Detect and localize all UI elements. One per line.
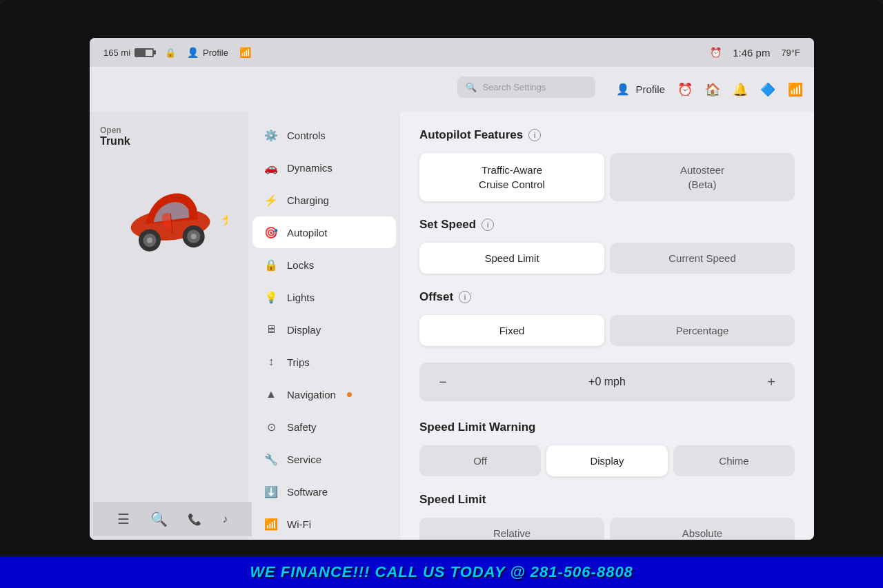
sidebar-item-controls[interactable]: ⚙️ Controls bbox=[252, 119, 396, 151]
current-speed-button[interactable]: Current Speed bbox=[610, 243, 795, 274]
wifi-sidebar-icon: 📶 bbox=[264, 516, 279, 531]
profile-icon: 👤 bbox=[616, 83, 630, 96]
offset-title: Offset i bbox=[419, 290, 795, 304]
offset-group: Fixed Percentage bbox=[419, 315, 795, 346]
wifi-icon[interactable]: 📶 bbox=[788, 82, 803, 97]
profile-status: 👤 Profile bbox=[187, 47, 228, 58]
banner-text: WE FINANCE!!! CALL US TODAY @ 281-506-88… bbox=[250, 563, 633, 580]
speed-limit-title: Speed Limit bbox=[419, 493, 795, 507]
trips-icon: ↕️ bbox=[264, 354, 279, 369]
lock-icon: 🔒 bbox=[165, 48, 176, 58]
car-panel: Open Trunk bbox=[90, 112, 248, 540]
speed-limit-button[interactable]: Speed Limit bbox=[419, 243, 604, 274]
software-label: Software bbox=[287, 486, 328, 498]
status-bar: 165 mi 🔒 👤 Profile 📶 ⏰ 1:46 pm 79°F bbox=[90, 38, 814, 67]
offset-info-icon[interactable]: i bbox=[459, 291, 471, 303]
speed-limit-group: Relative Absolute bbox=[419, 518, 795, 540]
autopilot-features-title: Autopilot Features i bbox=[419, 128, 795, 142]
bottom-taskbar: ☰ 🔍 📞 ♪ bbox=[93, 502, 252, 536]
charging-label: Charging bbox=[287, 194, 329, 206]
music-icon[interactable]: ♪ bbox=[222, 513, 228, 525]
trips-label: Trips bbox=[287, 356, 310, 368]
navigation-dot bbox=[347, 392, 352, 397]
autopilot-features-group: Traffic-Aware Cruise Control Autosteer (… bbox=[419, 153, 795, 201]
speed-stepper: − +0 mph + bbox=[419, 363, 795, 401]
navigation-label: Navigation bbox=[287, 389, 336, 401]
fixed-button[interactable]: Fixed bbox=[419, 315, 604, 346]
autopilot-icon: 🎯 bbox=[264, 225, 279, 240]
warning-display-button[interactable]: Display bbox=[546, 445, 668, 476]
speed-minus-button[interactable]: − bbox=[430, 369, 455, 394]
profile-label: Profile bbox=[203, 48, 228, 58]
set-speed-title: Set Speed i bbox=[419, 218, 795, 232]
warning-off-button[interactable]: Off bbox=[419, 445, 541, 476]
safety-icon: ⊙ bbox=[264, 419, 279, 434]
relative-button[interactable]: Relative bbox=[419, 518, 604, 540]
menu-icon[interactable]: ☰ bbox=[117, 511, 130, 527]
bluetooth-icon[interactable]: 🔷 bbox=[760, 82, 775, 97]
sidebar-item-charging[interactable]: ⚡ Charging bbox=[252, 184, 396, 216]
battery-icon bbox=[135, 48, 154, 57]
sidebar-item-lights[interactable]: 💡 Lights bbox=[252, 281, 396, 313]
sidebar-item-locks[interactable]: 🔒 Locks bbox=[252, 249, 396, 281]
tesla-screen: 165 mi 🔒 👤 Profile 📶 ⏰ 1:46 pm 79°F 🔍 Se… bbox=[90, 38, 814, 540]
svg-text:⚡: ⚡ bbox=[219, 210, 228, 227]
phone-icon[interactable]: 📞 bbox=[188, 513, 201, 526]
percentage-button[interactable]: Percentage bbox=[610, 315, 795, 346]
controls-label: Controls bbox=[287, 130, 326, 141]
search-placeholder: Search Settings bbox=[482, 82, 546, 92]
set-speed-group: Speed Limit Current Speed bbox=[419, 243, 795, 274]
features-info-icon[interactable]: i bbox=[528, 129, 541, 141]
autopilot-label: Autopilot bbox=[287, 227, 327, 239]
sidebar-item-wifi[interactable]: 📶 Wi-Fi bbox=[252, 508, 396, 540]
sidebar-item-software[interactable]: ⬇️ Software bbox=[252, 476, 396, 507]
screen-bezel: 165 mi 🔒 👤 Profile 📶 ⏰ 1:46 pm 79°F 🔍 Se… bbox=[0, 0, 883, 588]
dynamics-label: Dynamics bbox=[287, 162, 333, 174]
warning-chime-button[interactable]: Chime bbox=[673, 445, 795, 476]
advertisement-banner: WE FINANCE!!! CALL US TODAY @ 281-506-88… bbox=[0, 556, 883, 588]
controls-icon: ⚙️ bbox=[264, 128, 279, 143]
bell-icon[interactable]: 🔔 bbox=[733, 82, 748, 97]
trunk-open-text: Open bbox=[100, 125, 130, 135]
alarm-status-icon: ⏰ bbox=[710, 47, 722, 58]
trunk-label[interactable]: Open Trunk bbox=[100, 125, 130, 148]
search-icon: 🔍 bbox=[466, 82, 477, 92]
search-box[interactable]: 🔍 Search Settings bbox=[457, 77, 595, 98]
dynamics-icon: 🚗 bbox=[264, 160, 279, 175]
charging-icon: ⚡ bbox=[264, 192, 279, 207]
sidebar-item-autopilot[interactable]: 🎯 Autopilot bbox=[252, 216, 396, 248]
alarm-icon[interactable]: ⏰ bbox=[677, 82, 693, 97]
sidebar-item-safety[interactable]: ⊙ Safety bbox=[252, 411, 396, 443]
shop-icon[interactable]: 🏠 bbox=[705, 82, 720, 97]
wifi-status-icon: 📶 bbox=[239, 47, 251, 58]
sidebar-item-trips[interactable]: ↕️ Trips bbox=[252, 346, 396, 378]
speed-plus-button[interactable]: + bbox=[759, 369, 784, 394]
service-label: Service bbox=[287, 454, 321, 465]
settings-panel: Autopilot Features i Traffic-Aware Cruis… bbox=[400, 112, 814, 540]
sidebar-item-service[interactable]: 🔧 Service bbox=[252, 443, 396, 475]
software-icon: ⬇️ bbox=[264, 484, 279, 499]
autosteer-button[interactable]: Autosteer (Beta) bbox=[610, 153, 795, 201]
top-bar-icons: 👤 Profile ⏰ 🏠 🔔 🔷 📶 bbox=[616, 82, 803, 97]
sidebar-item-display[interactable]: 🖥 Display bbox=[252, 314, 396, 345]
safety-label: Safety bbox=[287, 421, 317, 433]
sidebar-item-dynamics[interactable]: 🚗 Dynamics bbox=[252, 152, 396, 183]
speed-limit-warning-title: Speed Limit Warning bbox=[419, 420, 795, 434]
sidebar-item-navigation[interactable]: ▲ Navigation bbox=[252, 378, 396, 410]
trunk-text: Trunk bbox=[100, 135, 130, 148]
search-taskbar-icon[interactable]: 🔍 bbox=[150, 511, 168, 527]
lights-label: Lights bbox=[287, 292, 315, 303]
status-temp: 79°F bbox=[781, 48, 800, 58]
battery-fill bbox=[136, 50, 146, 56]
traffic-aware-button[interactable]: Traffic-Aware Cruise Control bbox=[419, 153, 604, 201]
range-value: 165 mi bbox=[103, 48, 130, 58]
display-label: Display bbox=[287, 324, 321, 336]
set-speed-info-icon[interactable]: i bbox=[482, 219, 494, 231]
display-icon: 🖥 bbox=[264, 322, 279, 337]
profile-button[interactable]: 👤 Profile bbox=[616, 83, 665, 96]
range-display: 165 mi bbox=[103, 48, 154, 58]
absolute-button[interactable]: Absolute bbox=[610, 518, 795, 540]
speed-limit-warning-group: Off Display Chime bbox=[419, 445, 795, 476]
profile-text: Profile bbox=[635, 83, 665, 95]
status-time: 1:46 pm bbox=[733, 47, 770, 59]
